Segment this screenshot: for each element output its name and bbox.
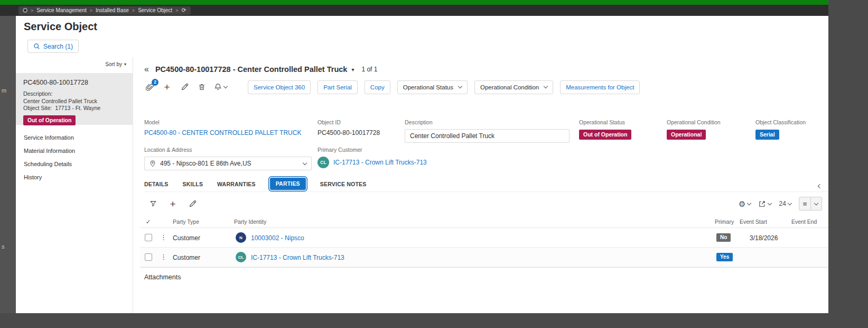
list-view-icon: ≡ <box>803 200 807 208</box>
measurements-for-object-button[interactable]: Measurements for Object <box>560 80 640 94</box>
tab-service-notes[interactable]: SERVICE NOTES <box>320 181 367 187</box>
location-address-value: 495 - Nipsco-801 E 86th Ave,US <box>160 160 251 167</box>
avatar: CL <box>236 252 246 262</box>
tab-warranties[interactable]: WARRANTIES <box>217 181 256 187</box>
row-checkbox[interactable] <box>145 253 152 261</box>
chevron-down-icon <box>544 84 548 88</box>
delete-button[interactable] <box>197 81 207 93</box>
refresh-icon[interactable]: ⟳ <box>181 7 186 13</box>
column-header-primary: Primary <box>715 218 734 225</box>
avatar: N <box>236 232 246 243</box>
funnel-icon <box>150 200 157 207</box>
table-toolbar-right: ⚙ 24 ≡ <box>739 197 822 211</box>
operational-status-badge: Out of Operation <box>579 130 631 140</box>
attachments-button[interactable]: 2 <box>144 81 155 93</box>
background-window-edge: m s <box>0 16 16 313</box>
parties-table-header: ✓ Party Type Party Identity Primary Even… <box>140 217 828 228</box>
operational-condition-dropdown[interactable]: Operational Condition <box>474 80 553 94</box>
operational-status-dropdown[interactable]: Operational Status <box>397 80 468 94</box>
sidebar: Sort by ▾ PC4500-80-10017728 Description… <box>16 57 133 313</box>
column-header-party-type: Party Type <box>173 218 199 225</box>
chevron-down-icon: ▾ <box>351 67 354 72</box>
kebab-menu-icon[interactable]: ⋮ <box>160 233 167 241</box>
field-description: Description <box>405 119 570 143</box>
column-header-event-start: Event Start <box>740 218 767 225</box>
status-badge: Out of Operation <box>23 115 76 125</box>
top-chrome-bar: > Service Management > Installed Base > … <box>0 5 828 16</box>
breadcrumb-item-service-management[interactable]: Service Management <box>36 7 87 13</box>
sidebar-item-history[interactable]: History <box>16 171 133 184</box>
party-identity-link[interactable]: IC-17713 - Crown Lift Trucks-713 <box>251 254 344 261</box>
table-export-button[interactable] <box>758 200 771 208</box>
chevron-down-icon <box>768 201 772 205</box>
notifications-button[interactable] <box>214 83 227 91</box>
operational-condition-badge: Operational <box>667 130 706 140</box>
filter-button[interactable] <box>148 198 158 209</box>
sort-by-control[interactable]: Sort by ▾ <box>105 61 126 67</box>
field-object-classification: Object Classification Serial <box>755 119 806 140</box>
object-header: « PC4500-80-10017728 - Center Controlled… <box>144 63 377 75</box>
model-link[interactable]: PC4500-80 - CENTER CONTROLLED PALLET TRU… <box>144 129 301 136</box>
breadcrumb-item-service-object[interactable]: Service Object <box>138 7 172 13</box>
trash-icon <box>198 83 206 91</box>
copy-button[interactable]: Copy <box>365 80 390 94</box>
primary-badge: No <box>716 233 731 242</box>
chevron-down-icon: ▾ <box>124 62 126 67</box>
table-row: ⋮ Customer N 10003002 - Nipsco No 3/18/2… <box>140 228 828 248</box>
map-pin-icon <box>150 160 156 167</box>
page-size-selector[interactable]: 24 <box>779 200 791 207</box>
location-address-select[interactable]: 495 - Nipsco-801 E 86th Ave,US <box>144 157 312 170</box>
description-input[interactable] <box>405 129 570 143</box>
breadcrumb-separator: > <box>31 8 33 13</box>
list-item-object-site: Object Site: 17713 - Ft. Wayne <box>23 105 126 112</box>
tab-skills[interactable]: SKILLS <box>183 181 203 187</box>
pencil-icon <box>189 200 197 208</box>
collapse-list-icon[interactable]: « <box>144 65 149 74</box>
row-checkbox[interactable] <box>145 234 152 241</box>
service-object-list-item[interactable]: PC4500-80-10017728 Description: Center C… <box>16 73 133 125</box>
chevron-down-icon <box>788 201 792 205</box>
field-label: Description <box>405 119 570 125</box>
sidebar-item-scheduling-details[interactable]: Scheduling Details <box>16 158 133 171</box>
pencil-icon <box>181 83 189 91</box>
breadcrumb-item-installed-base[interactable]: Installed Base <box>96 7 129 13</box>
view-mode-button[interactable]: ≡ <box>799 197 823 211</box>
select-all-checkmark-icon[interactable]: ✓ <box>146 218 151 225</box>
sort-by-label: Sort by <box>105 61 122 67</box>
tab-parties[interactable]: PARTIES <box>270 178 306 190</box>
field-primary-customer: Primary Customer CL IC-17713 - Crown Lif… <box>318 147 427 168</box>
table-settings-button[interactable]: ⚙ <box>739 200 751 208</box>
sidebar-item-service-information[interactable]: Service Information <box>16 131 133 144</box>
attachments-section: Attachments <box>140 267 828 281</box>
edit-button[interactable] <box>179 81 190 93</box>
field-label: Object ID <box>318 119 380 125</box>
screen: > Service Management > Installed Base > … <box>0 0 868 328</box>
service-object-360-button[interactable]: Service Object 360 <box>248 80 311 94</box>
object-id-value: PC4500-80-10017728 <box>318 129 380 136</box>
page-title: Service Object <box>24 21 97 33</box>
tab-bar: DETAILS SKILLS WARRANTIES PARTIES SERVIC… <box>144 176 828 192</box>
part-serial-button[interactable]: Part Serial <box>318 80 358 94</box>
edit-party-button[interactable] <box>187 198 198 209</box>
collapse-panel-button[interactable] <box>818 180 822 190</box>
avatar: CL <box>318 157 329 168</box>
sidebar-item-material-information[interactable]: Material Information <box>16 144 133 158</box>
breadcrumb-separator: > <box>132 8 135 13</box>
sidebar-nav: Service Information Material Information… <box>16 125 133 184</box>
breadcrumb-separator: > <box>175 8 178 13</box>
object-title-dropdown[interactable]: PC4500-80-10017728 - Center Controlled P… <box>155 65 354 74</box>
kebab-menu-icon[interactable]: ⋮ <box>160 253 167 261</box>
add-party-button[interactable]: + <box>167 198 178 209</box>
primary-customer-link[interactable]: IC-17713 - Crown Lift Trucks-713 <box>333 159 427 166</box>
page-size-value: 24 <box>779 200 786 207</box>
search-button[interactable]: Search (1) <box>27 40 79 53</box>
environment-banner <box>0 0 828 5</box>
bell-icon <box>214 83 222 91</box>
tab-details[interactable]: DETAILS <box>144 181 169 187</box>
party-identity-link[interactable]: 10003002 - Nipsco <box>251 234 304 242</box>
add-button[interactable]: + <box>162 81 172 93</box>
field-object-id: Object ID PC4500-80-10017728 <box>318 119 380 136</box>
clipped-text-fragment: s <box>2 243 5 250</box>
table-row: ⋮ Customer CL IC-17713 - Crown Lift Truc… <box>140 248 828 267</box>
app-dot-icon <box>23 8 27 13</box>
